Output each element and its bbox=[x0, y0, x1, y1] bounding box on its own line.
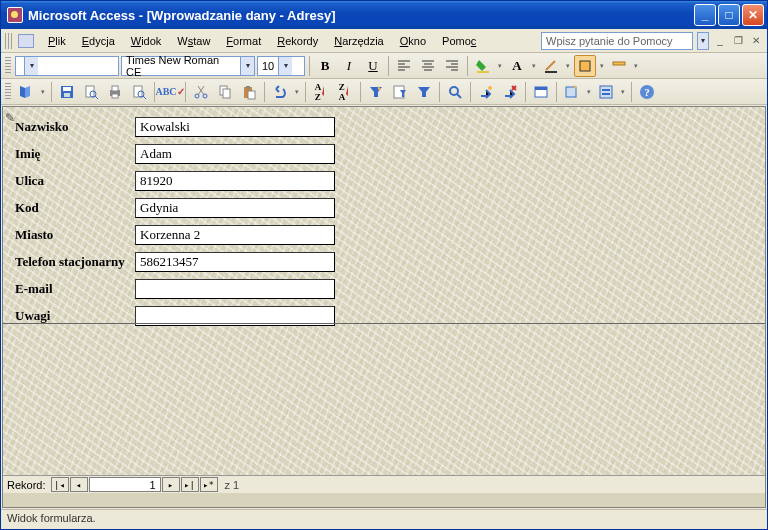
undo-dropdown[interactable]: ▾ bbox=[293, 88, 301, 96]
menu-widok[interactable]: Widok bbox=[123, 33, 170, 49]
font-name-combo[interactable]: Times New Roman CE▾ bbox=[121, 56, 255, 76]
undo-button[interactable] bbox=[269, 81, 291, 103]
menu-narzedzia[interactable]: Narzędzia bbox=[326, 33, 392, 49]
menu-okno[interactable]: Okno bbox=[392, 33, 434, 49]
input-email[interactable] bbox=[135, 279, 335, 299]
menu-rekordy[interactable]: Rekordy bbox=[269, 33, 326, 49]
help-button[interactable]: ? bbox=[636, 81, 658, 103]
view-button[interactable] bbox=[15, 81, 37, 103]
paste-button[interactable] bbox=[238, 81, 260, 103]
input-imie[interactable] bbox=[135, 144, 335, 164]
minimize-button[interactable]: _ bbox=[694, 4, 716, 26]
close-button[interactable]: ✕ bbox=[742, 4, 764, 26]
underline-button[interactable]: U bbox=[362, 55, 384, 77]
toolbar-grip[interactable] bbox=[5, 83, 11, 101]
sort-asc-button[interactable]: AZ bbox=[310, 81, 332, 103]
align-left-button[interactable] bbox=[393, 55, 415, 77]
print-button[interactable] bbox=[104, 81, 126, 103]
save-button[interactable] bbox=[56, 81, 78, 103]
window-title: Microsoft Access - [Wprowadzanie dany - … bbox=[28, 8, 336, 23]
last-record-button[interactable]: ▸| bbox=[181, 477, 199, 492]
first-record-button[interactable]: |◂ bbox=[51, 477, 69, 492]
svg-rect-3 bbox=[613, 62, 625, 65]
input-ulica[interactable] bbox=[135, 171, 335, 191]
input-kod[interactable] bbox=[135, 198, 335, 218]
svg-point-15 bbox=[203, 94, 207, 98]
chevron-down-icon: ▾ bbox=[240, 57, 254, 75]
special-effect-button[interactable] bbox=[608, 55, 630, 77]
new-object-button[interactable] bbox=[561, 81, 583, 103]
input-nazwisko[interactable] bbox=[135, 117, 335, 137]
toolbar-grip[interactable] bbox=[5, 57, 11, 75]
label-kod: Kod bbox=[15, 200, 135, 216]
line-width-dropdown[interactable]: ▾ bbox=[598, 62, 606, 70]
font-size-combo[interactable]: 10▾ bbox=[257, 56, 305, 76]
font-color-dropdown[interactable]: ▾ bbox=[530, 62, 538, 70]
edit-pencil-icon: ✎ bbox=[5, 111, 15, 125]
find-button[interactable] bbox=[444, 81, 466, 103]
form-area: ✎ Nazwisko Imię Ulica Kod Miasto Telefon… bbox=[3, 107, 765, 475]
menu-format[interactable]: Format bbox=[218, 33, 269, 49]
apply-filter-button[interactable] bbox=[413, 81, 435, 103]
help-search-dropdown[interactable]: ▾ bbox=[697, 32, 709, 50]
menu-edycja[interactable]: Edycja bbox=[74, 33, 123, 49]
prev-record-button[interactable]: ◂ bbox=[70, 477, 88, 492]
svg-rect-2 bbox=[580, 61, 590, 71]
search-file-button[interactable] bbox=[80, 81, 102, 103]
titlebar: Microsoft Access - [Wprowadzanie dany - … bbox=[1, 1, 767, 29]
align-center-button[interactable] bbox=[417, 55, 439, 77]
special-effect-dropdown[interactable]: ▾ bbox=[632, 62, 640, 70]
status-text: Widok formularza. bbox=[7, 512, 96, 524]
record-number-input[interactable] bbox=[89, 477, 161, 492]
view-dropdown[interactable]: ▾ bbox=[39, 88, 47, 96]
font-color-button[interactable]: A bbox=[506, 55, 528, 77]
align-right-button[interactable] bbox=[441, 55, 463, 77]
fill-color-button[interactable] bbox=[472, 55, 494, 77]
object-combo[interactable]: ▾ bbox=[15, 56, 119, 76]
input-telefon[interactable] bbox=[135, 252, 335, 272]
print-preview-button[interactable] bbox=[128, 81, 150, 103]
doc-minimize-button[interactable]: _ bbox=[713, 34, 727, 48]
maximize-button[interactable]: □ bbox=[718, 4, 740, 26]
bold-button[interactable]: B bbox=[314, 55, 336, 77]
new-record-nav-button[interactable]: ▸* bbox=[200, 477, 218, 492]
app-window: Microsoft Access - [Wprowadzanie dany - … bbox=[0, 0, 768, 530]
filter-form-button[interactable] bbox=[389, 81, 411, 103]
app-icon bbox=[7, 7, 23, 23]
svg-rect-5 bbox=[63, 87, 71, 91]
italic-button[interactable]: I bbox=[338, 55, 360, 77]
menu-wstaw[interactable]: Wstaw bbox=[169, 33, 218, 49]
label-miasto: Miasto bbox=[15, 227, 135, 243]
line-color-dropdown[interactable]: ▾ bbox=[564, 62, 572, 70]
line-width-button[interactable] bbox=[574, 55, 596, 77]
database-window-button[interactable] bbox=[530, 81, 552, 103]
spelling-button[interactable]: ABC✓ bbox=[159, 81, 181, 103]
label-imie: Imię bbox=[15, 146, 135, 162]
filter-selection-button[interactable] bbox=[365, 81, 387, 103]
input-miasto[interactable] bbox=[135, 225, 335, 245]
new-record-button[interactable] bbox=[475, 81, 497, 103]
toolbar-grip[interactable] bbox=[5, 33, 12, 49]
line-color-button[interactable] bbox=[540, 55, 562, 77]
cut-button[interactable] bbox=[190, 81, 212, 103]
svg-point-23 bbox=[488, 86, 492, 90]
svg-rect-11 bbox=[112, 94, 118, 98]
next-record-button[interactable]: ▸ bbox=[162, 477, 180, 492]
svg-rect-25 bbox=[535, 87, 547, 90]
help-search-input[interactable] bbox=[541, 32, 693, 50]
doc-close-button[interactable]: ✕ bbox=[749, 34, 763, 48]
subform-dropdown[interactable]: ▾ bbox=[619, 88, 627, 96]
doc-restore-button[interactable]: ❐ bbox=[731, 34, 745, 48]
subform-button[interactable] bbox=[595, 81, 617, 103]
new-object-dropdown[interactable]: ▾ bbox=[585, 88, 593, 96]
menu-pomoc[interactable]: Pomoc bbox=[434, 33, 484, 49]
delete-record-button[interactable] bbox=[499, 81, 521, 103]
copy-button[interactable] bbox=[214, 81, 236, 103]
svg-rect-1 bbox=[545, 71, 557, 73]
form-icon[interactable] bbox=[18, 34, 34, 48]
menu-plik[interactable]: Plik bbox=[40, 33, 74, 49]
sort-desc-button[interactable]: ZA bbox=[334, 81, 356, 103]
record-label: Rekord: bbox=[7, 479, 46, 491]
svg-rect-0 bbox=[477, 71, 489, 73]
fill-color-dropdown[interactable]: ▾ bbox=[496, 62, 504, 70]
